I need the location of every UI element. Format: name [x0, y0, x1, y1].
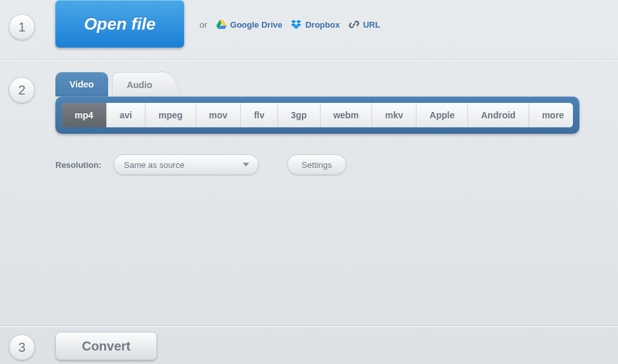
resolution-value: Same as source	[124, 160, 185, 170]
step-3: 3 Convert	[0, 327, 618, 364]
format-more-label: more	[542, 110, 564, 120]
resolution-select[interactable]: Same as source	[113, 154, 259, 175]
google-drive-link[interactable]: Google Drive	[216, 19, 283, 30]
step-badge-3: 3	[9, 334, 35, 360]
format-mov[interactable]: mov	[196, 103, 241, 127]
format-android[interactable]: Android	[468, 103, 529, 127]
or-label: or	[200, 20, 207, 30]
alt-sources: or Google Drive Dropbox URL	[200, 19, 380, 30]
settings-button[interactable]: Settings	[287, 154, 347, 175]
format-mkv[interactable]: mkv	[372, 103, 417, 127]
dropbox-icon	[291, 19, 301, 30]
format-more[interactable]: more	[529, 103, 573, 127]
convert-button[interactable]: Convert	[55, 332, 157, 360]
format-3gp[interactable]: 3gp	[278, 103, 321, 127]
format-flv[interactable]: flv	[241, 103, 277, 127]
resolution-row: Resolution: Same as source Settings	[55, 154, 346, 175]
open-file-button[interactable]: Open file	[55, 0, 184, 48]
step-1: 1 Open file or Google Drive Dropbox URL	[0, 0, 618, 58]
tab-audio[interactable]: Audio	[112, 72, 167, 96]
google-drive-icon	[216, 19, 227, 30]
step-badge-2: 2	[9, 77, 35, 103]
format-avi[interactable]: avi	[107, 103, 145, 127]
dropbox-label: Dropbox	[305, 20, 339, 30]
format-mp4[interactable]: mp4	[62, 103, 107, 127]
format-webm[interactable]: webm	[321, 103, 373, 127]
google-drive-label: Google Drive	[230, 20, 283, 30]
step-badge-1: 1	[9, 14, 35, 40]
format-apple[interactable]: Apple	[417, 103, 468, 127]
media-type-tabs: Video Audio	[55, 72, 167, 96]
format-mpeg[interactable]: mpeg	[145, 103, 196, 127]
link-icon	[349, 19, 359, 30]
dropbox-link[interactable]: Dropbox	[291, 19, 339, 30]
url-link[interactable]: URL	[349, 19, 380, 30]
format-bar: mp4 avi mpeg mov flv 3gp webm mkv Apple …	[62, 103, 573, 127]
url-label: URL	[363, 20, 380, 30]
chevron-down-icon	[243, 163, 249, 167]
tab-video[interactable]: Video	[55, 72, 108, 96]
resolution-label: Resolution:	[55, 160, 102, 170]
step-2: 2 Video Audio mp4 avi mpeg mov flv 3gp w…	[0, 59, 618, 325]
format-bar-container: mp4 avi mpeg mov flv 3gp webm mkv Apple …	[55, 96, 579, 134]
